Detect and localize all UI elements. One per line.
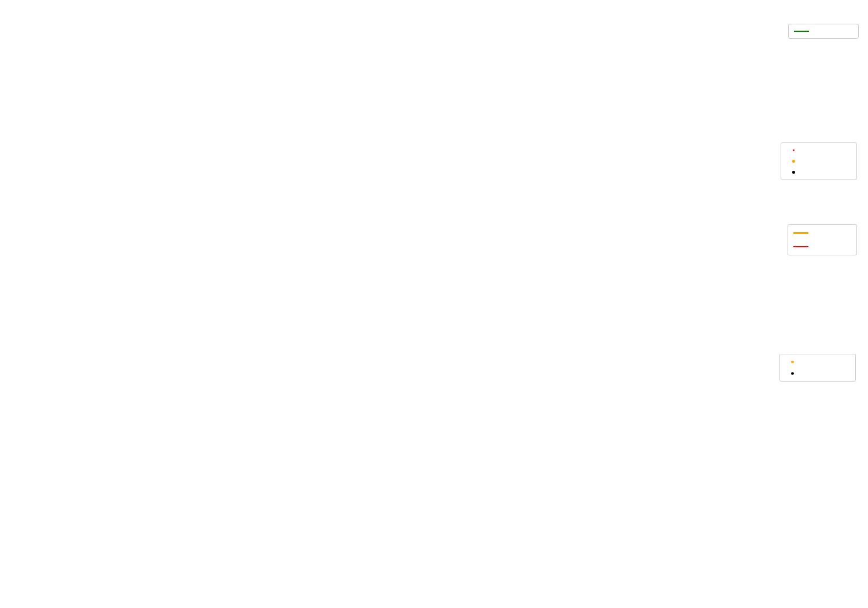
legend-middle-flags — [779, 354, 856, 382]
figure: { "figure": {"width": 1500, "height": 10… — [0, 0, 868, 608]
mag-obsid-line-swatch — [793, 232, 808, 234]
legend-top-flags — [781, 142, 857, 180]
highlighted-marker-icon — [786, 160, 801, 163]
ok-marker-icon — [786, 171, 801, 174]
plots-canvas — [0, 0, 174, 87]
mag-line-swatch — [793, 246, 808, 247]
legend-mag-lines — [788, 224, 857, 255]
not-ok-marker-icon — [786, 149, 801, 152]
mag-agasc-line-swatch — [793, 31, 809, 32]
ok-marker-icon — [785, 372, 800, 375]
legend-mag-agasc — [788, 24, 859, 39]
highlighted-marker-icon — [785, 361, 800, 364]
